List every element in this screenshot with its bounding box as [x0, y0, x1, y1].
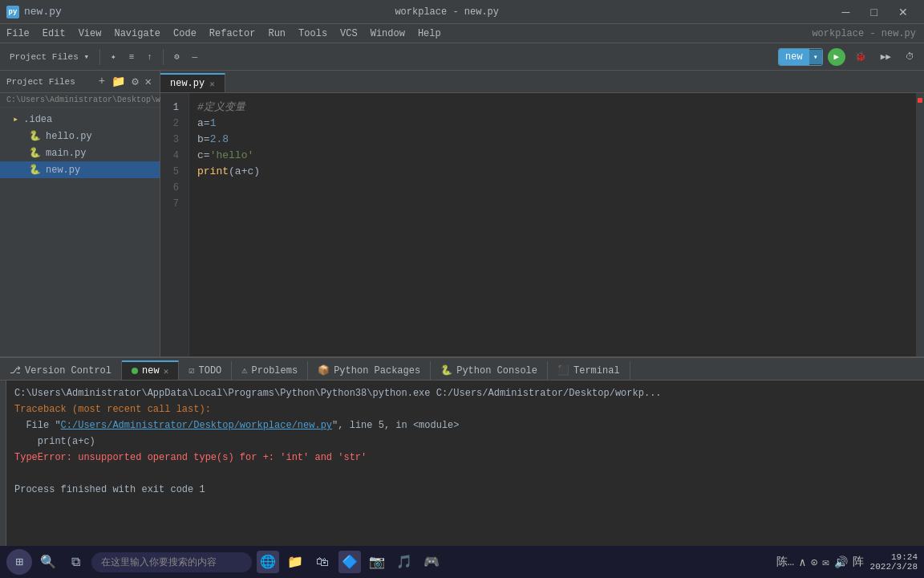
task-view-button[interactable]: ⧉ [64, 551, 87, 573]
error-stripe [916, 93, 924, 356]
run-config-selector[interactable]: new ▾ [778, 48, 823, 66]
tab-close-icon[interactable]: ✕ [209, 79, 215, 89]
debug-button[interactable]: 🐞 [850, 50, 871, 63]
paren-open: ( [229, 164, 235, 180]
editor-content[interactable]: 1 2 3 4 5 6 7 #定义变量 a=1 b=2.8 [160, 93, 924, 356]
editor-tab-newpy[interactable]: new.py ✕ [160, 73, 225, 92]
maximize-button[interactable]: □ [861, 0, 887, 24]
menu-help[interactable]: Help [411, 26, 448, 41]
close-sidebar-icon[interactable]: ✕ [144, 74, 153, 89]
chevron-up-icon[interactable]: ∧ [799, 556, 805, 569]
minimize-button[interactable]: ─ [833, 0, 860, 24]
titlebar-title: workplace - new.py [395, 6, 499, 18]
tree-item-new[interactable]: 🐍 new.py [0, 161, 160, 178]
taskbar-search-box[interactable]: 在这里输入你要搜索的内容 [91, 552, 252, 572]
menu-edit[interactable]: Edit [36, 26, 72, 41]
clock[interactable]: 19:24 2022/3/28 [870, 552, 918, 572]
close-button[interactable]: ✕ [889, 0, 918, 24]
tab-version-control[interactable]: ⎇ Version Control [0, 361, 122, 380]
line-num-6: 6 [160, 180, 184, 196]
titlebar: py new.py workplace - new.py ─ □ ✕ [0, 0, 924, 24]
run-button[interactable]: ▶ [828, 48, 845, 66]
ime-icon: 阵 [853, 555, 864, 569]
volume-icon: 🔊 [834, 556, 848, 569]
run-config-dropdown-icon[interactable]: ▾ [809, 50, 822, 64]
menu-tools[interactable]: Tools [292, 26, 334, 41]
val-hello: 'hello' [210, 148, 254, 164]
tab-close-icon[interactable]: ✕ [164, 366, 169, 377]
camera-icon[interactable]: 📷 [366, 551, 388, 573]
settings-icon[interactable]: ⚙ [130, 74, 140, 89]
error-marker[interactable] [918, 98, 922, 103]
start-button[interactable]: ⊞ [6, 549, 32, 575]
op-eq: = [204, 116, 210, 132]
tab-label: TODO [199, 365, 222, 377]
tab-terminal[interactable]: ⬛ Terminal [548, 361, 630, 380]
new-element-btn[interactable]: ✦ [106, 50, 121, 63]
search-button[interactable]: 🔍 [37, 551, 59, 573]
sidebar-actions: + 📁 ⚙ ✕ [97, 74, 153, 89]
menu-view[interactable]: View [72, 26, 108, 41]
editor-area: new.py ✕ 1 2 3 4 5 6 7 #定义变量 a=1 [160, 71, 924, 356]
tab-label: Python Console [456, 365, 537, 377]
menu-refactor[interactable]: Refactor [203, 26, 262, 41]
sidebar-title: Project Files [6, 77, 75, 87]
line-num-2: 2 [160, 116, 184, 132]
tree-item-label: hello.py [46, 131, 92, 142]
navigate-up-btn[interactable]: ↑ [142, 51, 157, 63]
run-config-label[interactable]: new [779, 49, 809, 65]
console-line-traceback: Traceback (most recent call last): [14, 401, 916, 417]
new-file-icon[interactable]: + [97, 74, 107, 89]
breadcrumb: C:\Users\Administrator\Desktop\workplace [0, 93, 160, 108]
console-file-link[interactable]: C:/Users/Administrator/Desktop/workplace… [61, 420, 332, 431]
version-control-icon: ⎇ [10, 364, 21, 377]
arg-a: a [235, 164, 241, 180]
explorer-icon[interactable]: 📁 [284, 551, 306, 573]
search-placeholder: 在这里输入你要搜索的内容 [101, 557, 217, 568]
menu-file[interactable]: File [0, 26, 36, 41]
tree-item-idea[interactable]: ▸ .idea [0, 111, 160, 128]
line-num-3: 3 [160, 132, 184, 148]
tab-python-packages[interactable]: 📦 Python Packages [308, 361, 431, 380]
tab-run[interactable]: new ✕ [122, 360, 179, 380]
tree-item-main[interactable]: 🐍 main.py [0, 144, 160, 161]
app-icon-5[interactable]: 🎵 [393, 551, 415, 573]
new-folder-icon[interactable]: 📁 [110, 74, 127, 89]
taskbar: ⊞ 🔍 ⧉ 在这里输入你要搜索的内容 🌐 📁 🛍 🔷 📷 🎵 🎮 陈… ∧ ⊙ … [0, 546, 924, 578]
tab-todo[interactable]: ☑ TODO [179, 361, 232, 380]
tab-problems[interactable]: ⚠ Problems [232, 361, 308, 380]
sidebar: Project Files + 📁 ⚙ ✕ C:\Users\Administr… [0, 71, 160, 356]
console-line-file: File "C:/Users/Administrator/Desktop/wor… [14, 417, 916, 434]
pycharm-icon[interactable]: 🔷 [338, 551, 361, 573]
code-line-2: a=1 [197, 116, 916, 132]
project-files-btn[interactable]: Project Files ▾ [5, 50, 94, 63]
structure-btn[interactable]: ≡ [124, 51, 140, 63]
store-icon[interactable]: 🛍 [311, 551, 334, 573]
tab-python-console[interactable]: 🐍 Python Console [431, 361, 548, 380]
menu-vcs[interactable]: VCS [334, 26, 364, 41]
menu-navigate[interactable]: Navigate [107, 26, 167, 41]
var-b: b [197, 132, 204, 148]
code-line-3: b=2.8 [197, 132, 916, 148]
coverage-button[interactable]: ▶▶ [876, 50, 896, 63]
py-file-icon: 🐍 [29, 130, 41, 142]
tree-item-hello[interactable]: 🐍 hello.py [0, 128, 160, 144]
network-icon: ⊙ [811, 556, 817, 569]
settings-btn[interactable]: ⚙ [169, 50, 184, 63]
task-view-icon: ⧉ [71, 555, 80, 570]
line-num-1: 1 [160, 100, 184, 116]
code-editor[interactable]: #定义变量 a=1 b=2.8 c='hello' print(a+c) [189, 93, 924, 356]
menu-window[interactable]: Window [364, 26, 411, 41]
code-line-7 [197, 196, 916, 212]
console-line-empty [14, 466, 916, 482]
app-icon-6[interactable]: 🎮 [420, 551, 443, 573]
tree-item-label: new.py [46, 165, 80, 176]
taskbar-right: 陈… ∧ ⊙ ✉ 🔊 阵 19:24 2022/3/28 [776, 552, 918, 572]
menu-code[interactable]: Code [167, 26, 203, 41]
profile-button[interactable]: ⏱ [901, 50, 919, 63]
toolbar-sep-2 [163, 49, 164, 65]
var-c: c [197, 148, 204, 164]
toggle-btn[interactable]: ― [188, 51, 203, 63]
menu-run[interactable]: Run [261, 26, 292, 41]
edge-browser-icon[interactable]: 🌐 [257, 551, 279, 573]
